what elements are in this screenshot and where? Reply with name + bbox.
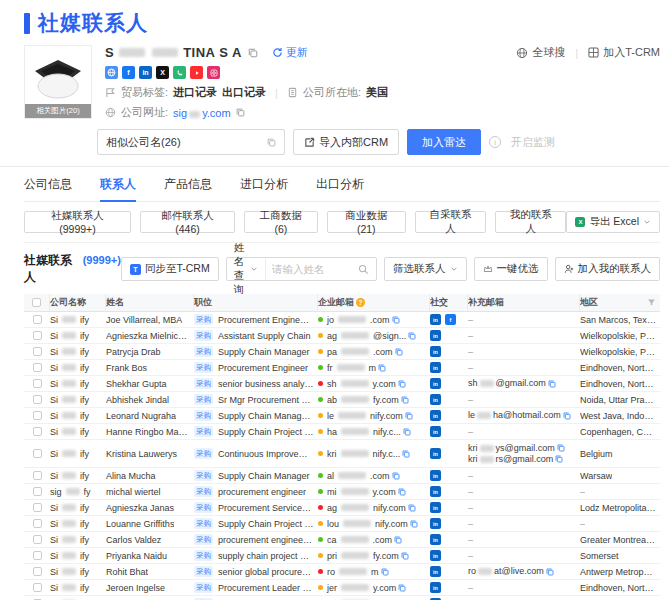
website-link[interactable]: sigy.com: [173, 107, 231, 119]
copy-email-icon[interactable]: [410, 520, 418, 528]
linkedin-icon[interactable]: in: [430, 566, 441, 577]
filter-contacts-dropdown[interactable]: 筛选联系人: [384, 257, 467, 281]
linkedin-icon[interactable]: in: [430, 362, 441, 373]
linkedin-icon[interactable]: in: [430, 314, 441, 325]
linkedin-icon[interactable]: in: [430, 534, 441, 545]
row-checkbox[interactable]: [33, 503, 42, 512]
copy-email-icon[interactable]: [394, 536, 402, 544]
row-checkbox[interactable]: [33, 379, 42, 388]
join-radar-button[interactable]: 加入雷达: [407, 129, 481, 155]
copy-email-icon[interactable]: [557, 444, 565, 452]
facebook-icon[interactable]: f: [445, 314, 456, 325]
copy-website-icon[interactable]: [236, 108, 245, 117]
contact-source-chip-3[interactable]: 商业数据(21): [327, 211, 406, 233]
export-records-link[interactable]: 出口记录: [222, 85, 266, 100]
row-checkbox[interactable]: [33, 551, 42, 560]
copy-email-icon[interactable]: [381, 568, 389, 576]
row-checkbox[interactable]: [33, 347, 42, 356]
info-icon[interactable]: i: [489, 136, 501, 148]
copy-email-icon[interactable]: [402, 450, 410, 458]
region-filter-icon[interactable]: [647, 298, 656, 307]
copy-email-icon[interactable]: [408, 504, 416, 512]
linkedin-icon[interactable]: in: [430, 330, 441, 341]
copy-email-icon[interactable]: [555, 455, 563, 463]
linkedin-icon[interactable]: in: [430, 448, 441, 459]
row-checkbox[interactable]: [33, 449, 42, 458]
tab-contacts[interactable]: 联系人: [100, 176, 136, 201]
export-excel-button[interactable]: X 导出 Excel: [566, 211, 660, 233]
contact-source-chip-2[interactable]: 工商数据(6): [244, 211, 318, 233]
instagram-icon[interactable]: [207, 66, 220, 79]
linkedin-icon[interactable]: in: [430, 410, 441, 421]
add-to-my-contacts-button[interactable]: 加入我的联系人: [555, 257, 661, 281]
copy-email-icon[interactable]: [398, 584, 406, 592]
row-checkbox[interactable]: [33, 315, 42, 324]
contact-source-chip-5[interactable]: 我的联系人: [495, 211, 566, 233]
search-icon[interactable]: [358, 264, 376, 275]
tab-item-3[interactable]: 进口分析: [240, 176, 288, 201]
tab-item-0[interactable]: 公司信息: [24, 176, 72, 201]
tab-item-2[interactable]: 产品信息: [164, 176, 212, 201]
copy-email-icon[interactable]: [405, 412, 413, 420]
row-checkbox[interactable]: [33, 583, 42, 592]
related-images-caption[interactable]: 相关图片(20): [25, 104, 91, 118]
copy-email-icon[interactable]: [378, 364, 386, 372]
email-help-icon[interactable]: ?: [356, 298, 365, 307]
linkedin-icon[interactable]: in: [430, 486, 441, 497]
copy-company-name-icon[interactable]: [248, 48, 258, 58]
one-click-select-button[interactable]: 一键优选: [474, 257, 548, 281]
youtube-icon[interactable]: [190, 66, 203, 79]
linkedin-icon[interactable]: in: [430, 502, 441, 513]
copy-email-icon[interactable]: [408, 332, 416, 340]
sync-tcrm-button[interactable]: T 同步至T-CRM: [121, 257, 219, 281]
row-checkbox[interactable]: [33, 427, 42, 436]
linkedin-icon[interactable]: in: [430, 378, 441, 389]
row-checkbox[interactable]: [33, 395, 42, 404]
copy-email-icon[interactable]: [392, 316, 400, 324]
row-checkbox[interactable]: [33, 487, 42, 496]
contact-source-chip-1[interactable]: 邮件联系人(446): [140, 211, 235, 233]
copy-email-icon[interactable]: [398, 380, 406, 388]
linkedin-icon[interactable]: in: [430, 346, 441, 357]
contact-source-chip-4[interactable]: 自采联系人: [415, 211, 486, 233]
phone-icon[interactable]: [173, 66, 186, 79]
row-checkbox[interactable]: [33, 411, 42, 420]
linkedin-icon[interactable]: in: [430, 550, 441, 561]
row-checkbox[interactable]: [33, 567, 42, 576]
copy-email-icon[interactable]: [546, 568, 554, 576]
copy-email-icon[interactable]: [392, 472, 400, 480]
copy-email-icon[interactable]: [398, 488, 406, 496]
contact-source-chip-0[interactable]: 社媒联系人(9999+): [24, 211, 131, 233]
website-icon[interactable]: [105, 66, 118, 79]
linkedin-icon[interactable]: in: [430, 518, 441, 529]
row-checkbox[interactable]: [33, 471, 42, 480]
select-all-checkbox[interactable]: [32, 298, 41, 307]
start-monitor-button[interactable]: 开启监测: [511, 135, 555, 150]
import-internal-crm-button[interactable]: 导入内部CRM: [293, 129, 399, 155]
linkedin-icon[interactable]: in: [430, 394, 441, 405]
name-query-dropdown[interactable]: 姓名查询: [227, 258, 266, 280]
linkedin-icon[interactable]: in: [139, 66, 152, 79]
copy-email-icon[interactable]: [395, 348, 403, 356]
tab-item-4[interactable]: 出口分析: [316, 176, 364, 201]
linkedin-icon[interactable]: in: [430, 582, 441, 593]
copy-email-icon[interactable]: [548, 380, 556, 388]
global-search-button[interactable]: 全球搜: [516, 45, 565, 60]
copy-email-icon[interactable]: [563, 412, 571, 420]
row-checkbox[interactable]: [33, 535, 42, 544]
similar-companies-box[interactable]: 相似公司名(26): [97, 129, 285, 155]
row-checkbox[interactable]: [33, 363, 42, 372]
name-search-input[interactable]: [266, 263, 358, 275]
copy-email-icon[interactable]: [401, 552, 409, 560]
copy-email-icon[interactable]: [401, 396, 409, 404]
x-twitter-icon[interactable]: X: [156, 66, 169, 79]
row-checkbox[interactable]: [33, 519, 42, 528]
facebook-icon[interactable]: f: [122, 66, 135, 79]
import-records-link[interactable]: 进口记录: [173, 85, 217, 100]
company-image[interactable]: 相关图片(20): [24, 45, 92, 119]
update-button[interactable]: 更新: [272, 45, 308, 60]
row-checkbox[interactable]: [33, 331, 42, 340]
linkedin-icon[interactable]: in: [430, 470, 441, 481]
join-tcrm-button[interactable]: 加入T-CRM: [588, 45, 660, 60]
linkedin-icon[interactable]: in: [430, 426, 441, 437]
